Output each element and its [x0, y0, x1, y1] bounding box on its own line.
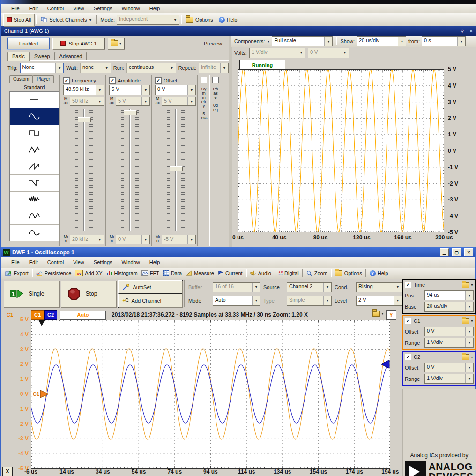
scope-menu-edit[interactable]: Edit: [25, 258, 42, 267]
pin-icon[interactable]: ⚲: [461, 29, 464, 34]
amplitude-checkbox[interactable]: ✓: [109, 77, 116, 84]
export-button[interactable]: Export: [3, 270, 30, 277]
scope-menu-window[interactable]: Window: [118, 258, 144, 267]
chevron-down-icon[interactable]: ▼: [470, 283, 474, 287]
awg-menu-window[interactable]: Window: [118, 4, 144, 13]
awg-options-dropdown-button[interactable]: ▼: [108, 38, 125, 49]
awg-menu-view[interactable]: View: [69, 4, 89, 13]
c2-offset-input[interactable]: 0 V ▼: [424, 363, 474, 372]
x-axis-close-button[interactable]: X: [2, 467, 13, 476]
persistence-button[interactable]: Persistence: [34, 270, 73, 277]
autoset-button[interactable]: AutoSet: [118, 280, 182, 294]
scope-menu-help[interactable]: Help: [145, 258, 164, 267]
wait-select[interactable]: none ▼: [80, 63, 111, 73]
options-icon[interactable]: [462, 282, 469, 288]
measure-button[interactable]: Measure: [184, 270, 216, 276]
shape-square[interactable]: [10, 125, 59, 141]
y-axis-button[interactable]: Y: [386, 310, 396, 320]
offset-slider[interactable]: [155, 106, 196, 233]
awg-tab-sweep[interactable]: Sweep: [30, 52, 55, 60]
help-button[interactable]: ? Help: [216, 16, 240, 24]
awg-tab-basic[interactable]: Basic: [7, 52, 30, 61]
time-base-select[interactable]: 20 us/div ▼: [424, 302, 474, 312]
c2-channel-button[interactable]: C2: [44, 310, 57, 320]
shape-noise[interactable]: [10, 192, 59, 208]
symmetry-checkbox[interactable]: ✓: [201, 77, 207, 83]
awg-menu-edit[interactable]: Edit: [25, 4, 42, 13]
scope-options-button[interactable]: Options: [333, 270, 364, 277]
stop-button[interactable]: Stop: [61, 281, 117, 307]
add-xy-button[interactable]: xy Add XY: [73, 269, 104, 277]
shape-ramp-down[interactable]: [10, 175, 59, 191]
awg-menu-settings[interactable]: Settings: [89, 4, 117, 13]
stop-all-button[interactable]: Stop All: [3, 13, 34, 26]
frequency-input[interactable]: 48.59 kHz ▼: [63, 85, 104, 95]
select-channels-button[interactable]: Select Channels ▼: [38, 16, 95, 23]
maximize-button[interactable]: ▢: [452, 248, 461, 256]
shape-sine[interactable]: [10, 108, 59, 125]
awg-menu-control[interactable]: Control: [43, 4, 68, 13]
phase-checkbox[interactable]: ✓: [212, 77, 219, 83]
data-button[interactable]: Data: [161, 270, 184, 276]
shape-sine-power[interactable]: [10, 208, 59, 224]
shape-tab-player[interactable]: Player: [33, 75, 53, 83]
offset-slider-handle[interactable]: [170, 166, 183, 171]
from-select[interactable]: 0 s ▼: [422, 36, 466, 46]
plot-options-button[interactable]: ▼: [372, 311, 384, 317]
enabled-toggle-button[interactable]: Enabled: [7, 38, 50, 49]
amplitude-slider[interactable]: [109, 106, 150, 233]
offset-checkbox[interactable]: ✓: [155, 77, 162, 84]
cond-select[interactable]: Rising ▼: [356, 282, 402, 292]
options-button[interactable]: Options: [183, 16, 216, 24]
c1-channel-button[interactable]: C1: [31, 310, 44, 320]
single-button[interactable]: 1 Single: [4, 281, 60, 307]
level-input[interactable]: 2 V ▼: [356, 296, 402, 306]
scope-menu-settings[interactable]: Settings: [89, 258, 117, 267]
shape-ramp-up[interactable]: [10, 158, 59, 175]
c1-offset-input[interactable]: 0 V ▼: [424, 327, 474, 336]
zoom-button[interactable]: Zoom: [305, 270, 329, 277]
frequency-checkbox[interactable]: ✓: [63, 77, 70, 84]
c2-checkbox[interactable]: ✓: [405, 354, 411, 360]
awg-tab-advanced[interactable]: Advanced: [55, 52, 87, 60]
time-pos-input[interactable]: 94 us ▼: [424, 290, 474, 300]
components-select[interactable]: Full scale ▼: [272, 36, 333, 46]
close-button[interactable]: ✕: [464, 248, 473, 256]
shape-dc[interactable]: [10, 92, 59, 108]
frequency-slider-handle[interactable]: [78, 117, 91, 122]
frequency-slider[interactable]: [63, 106, 104, 233]
stop-awg1-button[interactable]: Stop AWG 1: [52, 38, 105, 49]
options-icon[interactable]: [462, 318, 469, 324]
histogram-button[interactable]: Histogram: [104, 270, 140, 276]
chevron-down-icon[interactable]: ▼: [470, 356, 474, 359]
c1-range-select[interactable]: 1 V/div ▼: [424, 338, 474, 348]
run-select[interactable]: continuous ▼: [126, 63, 176, 73]
digital-button[interactable]: 1 00 1 Digital: [277, 270, 301, 276]
amplitude-input[interactable]: 5 V ▼: [109, 85, 150, 95]
chevron-down-icon[interactable]: ▼: [470, 320, 474, 323]
options-icon[interactable]: [462, 354, 469, 360]
shape-triangle[interactable]: [10, 141, 59, 158]
current-button[interactable]: Current: [216, 270, 245, 276]
shape-tab-custom[interactable]: Custom: [9, 75, 33, 83]
scope-menu-file[interactable]: File: [7, 258, 24, 267]
add-channel-button[interactable]: +C Add Channel: [118, 294, 182, 307]
c1-checkbox[interactable]: ✓: [405, 318, 411, 324]
chevron-down-icon[interactable]: ▼: [267, 40, 270, 43]
audio-button[interactable]: Audio: [248, 270, 273, 276]
mode-select[interactable]: Auto ▼: [213, 296, 260, 306]
awg-menu-help[interactable]: Help: [145, 4, 164, 13]
awg-menu-file[interactable]: File: [7, 4, 24, 13]
close-icon[interactable]: ✕: [469, 29, 473, 34]
fft-button[interactable]: FFT: [140, 270, 161, 276]
show-select[interactable]: 20 us/div ▼: [357, 36, 406, 46]
minimize-button[interactable]: ▁: [440, 248, 449, 256]
scope-menu-control[interactable]: Control: [43, 258, 68, 267]
source-select[interactable]: Channel 2 ▼: [287, 282, 332, 292]
scope-titlebar[interactable]: W DWF 1 - Oscilloscope 1 ▁ ▢ ✕: [1, 247, 475, 257]
time-checkbox[interactable]: ✓: [405, 282, 411, 288]
c2-range-select[interactable]: 1 V/div ▼: [424, 374, 474, 384]
amplitude-slider-handle[interactable]: [124, 110, 137, 115]
scope-menu-view[interactable]: View: [69, 258, 89, 267]
trig-select[interactable]: None ▼: [20, 63, 64, 73]
